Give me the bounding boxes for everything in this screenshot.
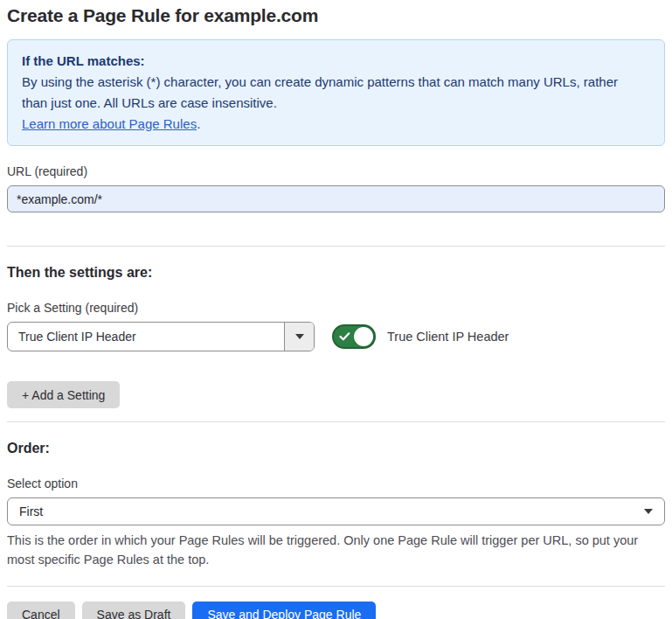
toggle-knob [354, 327, 373, 346]
info-box-body: By using the asterisk (*) character, you… [22, 72, 634, 113]
divider [7, 421, 665, 422]
url-field-label: URL (required) [7, 164, 665, 178]
chevron-down-icon [644, 509, 653, 514]
url-input[interactable] [7, 185, 665, 212]
select-arrow-box[interactable] [284, 323, 314, 351]
setting-select-value: True Client IP Header [8, 323, 147, 351]
setting-toggle-label: True Client IP Header [387, 330, 509, 344]
pick-setting-label: Pick a Setting (required) [7, 301, 665, 315]
order-select-label: Select option [7, 476, 665, 490]
setting-row: True Client IP Header True Client IP Hea… [7, 322, 665, 351]
setting-select[interactable]: True Client IP Header [7, 322, 315, 351]
cancel-button[interactable]: Cancel [7, 602, 75, 619]
order-select-value: First [19, 504, 43, 518]
page-title: Create a Page Rule for example.com [7, 5, 665, 26]
add-setting-button[interactable]: + Add a Setting [7, 381, 120, 408]
link-period: . [197, 116, 200, 131]
url-match-info-box: If the URL matches: By using the asteris… [7, 39, 665, 146]
info-box-heading: If the URL matches: [22, 51, 650, 71]
page-rule-form: Create a Page Rule for example.com If th… [7, 5, 665, 619]
divider [7, 586, 665, 587]
learn-more-link[interactable]: Learn more about Page Rules [22, 116, 197, 131]
footer-actions: Cancel Save as Draft Save and Deploy Pag… [7, 602, 665, 619]
setting-toggle[interactable] [332, 324, 376, 349]
settings-section-heading: Then the settings are: [7, 265, 665, 281]
save-deploy-button[interactable]: Save and Deploy Page Rule [192, 602, 376, 619]
order-section-heading: Order: [7, 441, 665, 456]
check-icon [339, 332, 350, 342]
order-help-text: This is the order in which your Page Rul… [7, 532, 658, 570]
divider [7, 246, 665, 247]
chevron-down-icon [295, 334, 304, 339]
order-select[interactable]: First [7, 497, 665, 525]
save-draft-button[interactable]: Save as Draft [82, 602, 186, 619]
info-link-line: Learn more about Page Rules. [22, 114, 650, 134]
